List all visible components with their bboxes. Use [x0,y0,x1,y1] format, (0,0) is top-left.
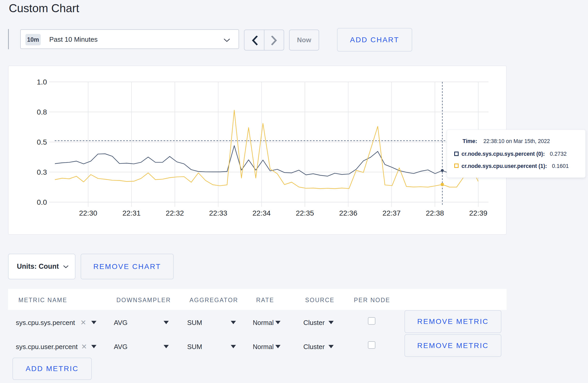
svg-text:22:34: 22:34 [253,209,271,217]
svg-text:0.5: 0.5 [37,138,47,146]
svg-text:0.0: 0.0 [37,198,47,206]
svg-text:22:30: 22:30 [79,209,97,217]
svg-text:22:37: 22:37 [382,209,401,217]
svg-text:22:32: 22:32 [166,209,184,217]
svg-text:22:39: 22:39 [469,209,487,217]
svg-text:0.8: 0.8 [37,108,47,116]
svg-text:22:31: 22:31 [122,209,141,217]
svg-text:22:36: 22:36 [339,209,357,217]
svg-text:22:35: 22:35 [296,209,314,217]
svg-text:22:33: 22:33 [209,209,227,217]
svg-text:22:38: 22:38 [426,209,444,217]
svg-text:0.3: 0.3 [37,168,47,176]
svg-text:1.0: 1.0 [37,78,47,86]
